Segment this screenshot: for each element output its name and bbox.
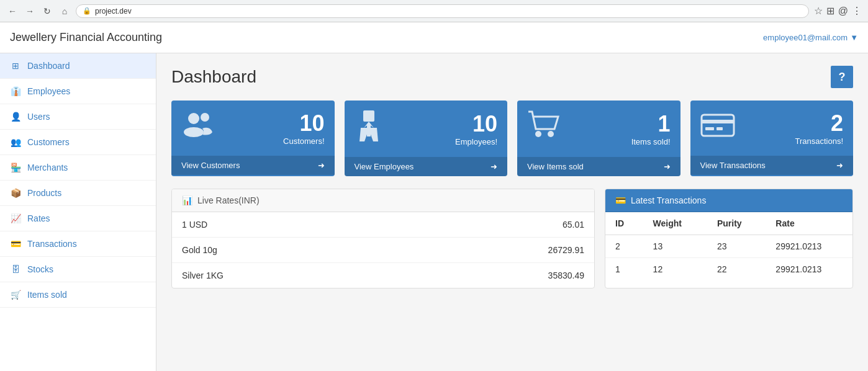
merchants-icon: 🏪: [10, 163, 21, 172]
live-rates-body: 1 USD 65.01 Gold 10g 26729.91 Silver 1KG…: [172, 212, 594, 288]
latest-transactions-title: Latest Transactions: [631, 195, 706, 205]
home-button[interactable]: ⌂: [58, 5, 71, 17]
sidebar-item-merchants[interactable]: 🏪 Merchants: [0, 155, 156, 181]
view-employees-text: View Employees: [355, 162, 414, 171]
stat-card-customers-body: 10 Customers!: [171, 101, 335, 156]
table-header-row: ID Weight Purity Rate: [605, 212, 852, 235]
rates-icon: 📈: [10, 213, 21, 223]
sidebar-item-users[interactable]: 👤 Users: [0, 104, 156, 130]
rate-row-gold: Gold 10g 26729.91: [172, 238, 594, 263]
view-transactions-text: View Transactions: [700, 161, 766, 170]
svg-point-0: [188, 113, 199, 124]
browser-actions: ☆ ⊞ @ ⋮: [814, 5, 862, 17]
trans-purity-1: 23: [707, 235, 766, 258]
browser-chrome: ← → ↻ ⌂ 🔒 project.dev ☆ ⊞ @ ⋮: [0, 0, 868, 22]
rate-value-gold: 26729.91: [548, 245, 584, 255]
stat-card-items-sold-body: 1 Items sold!: [517, 101, 680, 157]
sidebar-item-items-sold[interactable]: 🛒 Items sold: [0, 282, 156, 308]
menu-button[interactable]: ⋮: [852, 5, 862, 17]
users-icon: 👤: [10, 112, 21, 122]
url-text: project.dev: [95, 7, 132, 16]
stat-card-items-sold: 1 Items sold! View Items sold ➜: [517, 101, 680, 176]
sidebar-label-transactions: Transactions: [27, 239, 77, 249]
view-customers-text: View Customers: [181, 161, 240, 170]
sidebar: ⊞ Dashboard 👔 Employees 👤 Users 👥 Custom…: [0, 53, 156, 371]
trans-weight-1: 13: [643, 235, 707, 258]
view-items-sold-link[interactable]: View Items sold ➜: [517, 157, 680, 176]
items-sold-icon: 🛒: [10, 290, 21, 300]
customers-label: Customers!: [283, 136, 324, 146]
dropdown-icon: ▼: [850, 33, 858, 42]
view-employees-link[interactable]: View Employees ➜: [345, 157, 508, 176]
stat-card-customers: 10 Customers! View Customers ➜: [171, 101, 335, 176]
reload-button[interactable]: ↻: [41, 5, 53, 17]
live-rates-title: Live Rates(INR): [197, 195, 260, 205]
items-sold-stat-right: 1 Items sold!: [631, 111, 671, 146]
sidebar-label-rates: Rates: [27, 213, 50, 223]
main-layout: ⊞ Dashboard 👔 Employees 👤 Users 👥 Custom…: [0, 53, 868, 371]
stat-card-employees: 10 Employees! View Employees ➜: [345, 101, 508, 176]
lock-icon: 🔒: [83, 7, 91, 15]
rate-label-usd: 1 USD: [182, 220, 207, 230]
page-title: Dashboard: [171, 67, 256, 87]
rate-row-usd: 1 USD 65.01: [172, 212, 594, 238]
rate-label-silver: Silver 1KG: [182, 270, 224, 280]
stocks-icon: 🗄: [10, 264, 21, 274]
sidebar-label-employees: Employees: [27, 86, 70, 96]
latest-transactions-header: 💳 Latest Transactions: [605, 189, 852, 212]
extensions-button[interactable]: ⊞: [826, 5, 834, 17]
svg-rect-3: [363, 110, 374, 122]
col-weight: Weight: [643, 212, 707, 235]
view-transactions-link[interactable]: View Transactions ➜: [690, 156, 854, 175]
sidebar-item-stocks[interactable]: 🗄 Stocks: [0, 257, 156, 282]
transaction-row-2: 1 12 22 29921.0213: [605, 258, 852, 281]
forward-button[interactable]: →: [24, 5, 36, 17]
sidebar-item-rates[interactable]: 📈 Rates: [0, 206, 156, 231]
bookmark-star-button[interactable]: ☆: [814, 5, 823, 17]
items-sold-stat-icon: [527, 110, 561, 147]
transactions-table: ID Weight Purity Rate 2 13 23 29: [605, 212, 852, 280]
bottom-panels: 📊 Live Rates(INR) 1 USD 65.01 Gold 10g 2…: [171, 189, 853, 288]
customers-stat-icon: [181, 111, 216, 145]
sidebar-label-items-sold: Items sold: [27, 290, 67, 300]
chart-bar-icon: 📊: [182, 195, 192, 205]
help-button[interactable]: ?: [831, 66, 853, 88]
sidebar-item-customers[interactable]: 👥 Customers: [0, 130, 156, 155]
sidebar-label-merchants: Merchants: [27, 163, 68, 172]
view-customers-link[interactable]: View Customers ➜: [171, 156, 335, 175]
customers-count: 10: [283, 110, 324, 136]
svg-rect-11: [705, 127, 714, 130]
rate-row-silver: Silver 1KG 35830.49: [172, 263, 594, 288]
sidebar-item-dashboard[interactable]: ⊞ Dashboard: [0, 53, 156, 79]
svg-point-2: [201, 113, 209, 122]
rate-label-gold: Gold 10g: [182, 245, 217, 255]
user-menu[interactable]: employee01@mail.com ▼: [763, 33, 858, 42]
rate-value-silver: 35830.49: [548, 270, 584, 280]
transactions-count: 2: [795, 110, 843, 136]
col-id: ID: [605, 212, 643, 235]
svg-point-7: [535, 131, 541, 137]
app-title: Jewellery Financial Accounting: [10, 31, 162, 44]
account-button[interactable]: @: [838, 5, 848, 17]
svg-rect-12: [717, 127, 723, 130]
credit-card-icon: 💳: [615, 195, 626, 205]
sidebar-item-transactions[interactable]: 💳 Transactions: [0, 231, 156, 257]
trans-weight-2: 12: [643, 258, 707, 281]
sidebar-label-users: Users: [27, 112, 50, 122]
main-content: Dashboard ? 10: [156, 53, 868, 371]
customers-icon: 👥: [10, 137, 21, 147]
live-rates-panel: 📊 Live Rates(INR) 1 USD 65.01 Gold 10g 2…: [171, 189, 595, 288]
svg-rect-9: [702, 115, 734, 136]
view-items-sold-text: View Items sold: [527, 162, 584, 171]
address-bar[interactable]: 🔒 project.dev: [76, 4, 809, 18]
transactions-stat-icon: [700, 112, 735, 144]
sidebar-item-employees[interactable]: 👔 Employees: [0, 79, 156, 104]
customers-stat-right: 10 Customers!: [283, 110, 324, 146]
svg-point-8: [548, 131, 554, 137]
sidebar-item-products[interactable]: 📦 Products: [0, 181, 156, 206]
top-nav: Jewellery Financial Accounting employee0…: [0, 22, 868, 53]
back-button[interactable]: ←: [6, 5, 19, 17]
trans-rate-1: 29921.0213: [766, 235, 852, 258]
latest-transactions-panel: 💳 Latest Transactions ID Weight Purity R…: [605, 189, 853, 288]
dashboard-icon: ⊞: [10, 61, 21, 71]
